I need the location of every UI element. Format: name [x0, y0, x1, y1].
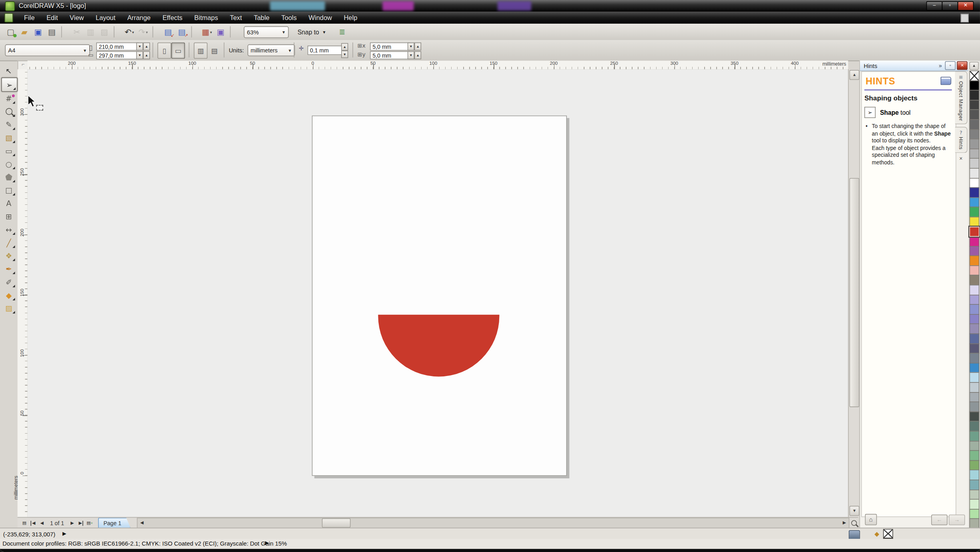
palette-swatch[interactable] [969, 100, 979, 110]
palette-swatch[interactable] [969, 158, 979, 169]
undo-icon[interactable]: ↶▾ [122, 26, 136, 38]
palette-swatch[interactable] [969, 80, 979, 91]
duplicate-x-spinner[interactable]: ▼▲ [408, 42, 421, 50]
ellipse-tool[interactable]: ○ [1, 157, 16, 170]
palette-swatch[interactable] [969, 421, 979, 432]
palette-swatch[interactable] [969, 70, 979, 81]
crop-tool[interactable]: #● [1, 92, 16, 105]
color-eyedropper-tool[interactable]: ✒ [1, 262, 16, 276]
zoom-fit-icon[interactable] [849, 519, 858, 528]
menu-item[interactable]: Tools [275, 12, 303, 24]
rectangle-tool[interactable]: ▭ [1, 144, 16, 158]
duplicate-x-field[interactable]: 5,0 mm [370, 42, 410, 50]
scroll-left-arrow[interactable]: ◀ [138, 518, 147, 527]
import-icon[interactable]: ▤↙ [161, 26, 175, 38]
cut-icon[interactable]: ✂ [70, 26, 84, 38]
palette-swatch[interactable] [969, 470, 979, 480]
palette-swatch[interactable] [969, 314, 979, 324]
new-document-icon[interactable]: ▢● [4, 26, 17, 38]
palette-swatch[interactable] [969, 275, 979, 286]
page-height-field[interactable]: 297,0 mm [96, 51, 139, 59]
home-button[interactable]: ⌂ [865, 514, 877, 525]
document-page[interactable] [312, 116, 567, 476]
dimension-tool[interactable]: ↔ [1, 223, 16, 236]
pick-tool[interactable]: ↖ [1, 64, 16, 78]
palette-swatch[interactable] [969, 509, 979, 519]
menu-item[interactable]: Layout [90, 12, 121, 24]
horizontal-scroll-thumb[interactable] [322, 518, 351, 528]
palette-swatch[interactable] [969, 188, 979, 198]
vertical-scroll-thumb[interactable] [849, 178, 860, 407]
tab-strip-close-icon[interactable]: × [955, 155, 967, 162]
drawing-canvas[interactable] [28, 69, 848, 517]
connector-tool[interactable]: ╱ [1, 236, 16, 249]
horizontal-scrollbar[interactable]: ◀ ▶ [137, 518, 849, 528]
page-width-field[interactable]: 210,0 mm [96, 42, 139, 50]
palette-swatch[interactable] [969, 353, 979, 363]
palette-swatch[interactable] [969, 392, 979, 402]
vertical-scrollbar[interactable]: ▲ ▼ [848, 69, 859, 517]
status-flyout-icon[interactable]: ▶ [62, 531, 66, 536]
palette-swatch[interactable] [969, 450, 979, 461]
docker-close-button[interactable]: ✕ [957, 61, 968, 70]
open-icon[interactable]: ▰ [18, 26, 31, 38]
palette-swatch[interactable] [969, 441, 979, 451]
welcome-screen-icon[interactable]: ▣ [214, 26, 227, 38]
palette-swatch[interactable] [969, 499, 979, 510]
docker-minimize-button[interactable]: ▫ [945, 61, 956, 70]
page-height-spinner[interactable]: ▼▲ [136, 51, 150, 59]
paste-icon[interactable]: ▨ [98, 26, 111, 38]
menu-item[interactable]: Bitmaps [189, 12, 224, 24]
nudge-distance-field[interactable]: 0,1 mm [307, 46, 344, 55]
add-page-button[interactable]: ▤+ [85, 519, 94, 528]
interactive-fill-tool[interactable]: ▨ [1, 302, 16, 315]
last-page-button[interactable]: ▶ [76, 519, 85, 528]
application-launcher-icon[interactable]: ▦▾ [200, 26, 214, 38]
palette-swatch[interactable] [969, 372, 979, 383]
palette-swatch[interactable] [969, 246, 979, 256]
palette-swatch[interactable] [969, 178, 979, 188]
palette-swatch[interactable] [969, 431, 979, 441]
scroll-right-arrow[interactable]: ▶ [840, 518, 849, 527]
palette-swatch[interactable] [969, 110, 979, 120]
menu-item[interactable]: Arrange [121, 12, 157, 24]
smart-fill-tool[interactable]: ▧ [1, 131, 16, 144]
palette-swatch[interactable] [969, 217, 979, 227]
print-icon[interactable]: ▤ [45, 26, 58, 38]
text-tool[interactable]: A [1, 197, 16, 210]
palette-scroll-up[interactable]: ▲ [969, 62, 978, 70]
next-page-button[interactable]: ▶ [68, 519, 76, 528]
shape-tool[interactable]: ➢ [1, 78, 18, 92]
previous-page-button[interactable]: ◀ [38, 519, 46, 528]
palette-swatch[interactable] [969, 168, 979, 178]
palette-swatch[interactable] [969, 489, 979, 500]
all-pages-button[interactable]: ▥ [194, 42, 207, 59]
maximize-button[interactable]: ▫ [942, 1, 958, 10]
restore-document-icon[interactable] [961, 14, 969, 22]
docker-side-tab[interactable]: ≡ Object Manager [955, 71, 968, 124]
redo-icon[interactable]: ↷▾ [136, 26, 150, 38]
display-status-icon[interactable] [849, 530, 860, 539]
palette-swatch[interactable] [969, 197, 979, 208]
palette-swatch[interactable] [969, 207, 979, 217]
freehand-tool[interactable]: ✎ [1, 118, 16, 131]
palette-swatch[interactable] [969, 480, 979, 490]
fill-tool[interactable]: ◆ [1, 288, 16, 302]
menu-item[interactable]: Text [224, 12, 248, 24]
zoom-tool[interactable] [1, 105, 16, 118]
close-button[interactable]: ✕ [958, 1, 974, 10]
palette-swatch[interactable] [969, 129, 979, 139]
docker-side-tab[interactable]: ? Hints [955, 127, 968, 153]
scroll-down-arrow[interactable]: ▼ [849, 506, 860, 516]
palette-swatch[interactable] [969, 304, 979, 315]
back-button[interactable]: ← [931, 514, 948, 525]
palette-swatch[interactable] [969, 139, 979, 149]
page-sorter-icon[interactable]: ▤ [20, 519, 29, 528]
menu-item[interactable]: Window [303, 12, 338, 24]
minimize-button[interactable]: – [926, 1, 943, 10]
palette-swatch[interactable] [969, 402, 979, 412]
landscape-orientation-button[interactable]: ▭ [171, 42, 185, 59]
palette-swatch[interactable] [969, 265, 979, 276]
palette-swatch[interactable] [969, 226, 979, 237]
paper-type-combo[interactable]: A4 ▼ [5, 44, 90, 56]
